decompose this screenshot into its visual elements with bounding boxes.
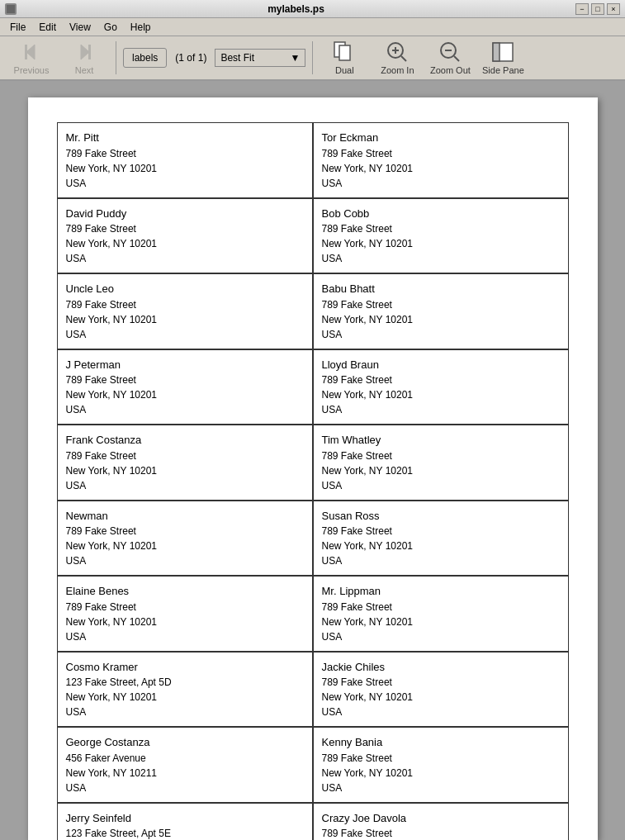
label-name: David Puddy bbox=[66, 206, 304, 222]
label-cell: Cosmo Kramer 123 Fake Street, Apt 5D New… bbox=[57, 652, 313, 728]
main-area: Mr. Pitt 789 Fake Street New York, NY 10… bbox=[0, 81, 625, 840]
label-street: 456 Faker Avenue bbox=[66, 751, 304, 766]
zoom-dropdown[interactable]: Best Fit ▼ bbox=[215, 49, 305, 67]
label-street: 123 Fake Street, Apt 5E bbox=[66, 826, 304, 840]
label-country: USA bbox=[322, 705, 560, 719]
dual-icon bbox=[333, 40, 356, 64]
label-city: New York, NY 10201 bbox=[322, 236, 560, 251]
label-cell: Tim Whatley 789 Fake Street New York, NY… bbox=[313, 425, 569, 501]
menu-bar: File Edit View Go Help bbox=[0, 18, 625, 36]
app-icon bbox=[5, 3, 17, 15]
label-country: USA bbox=[322, 553, 560, 568]
label-cell: Mr. Lippman 789 Fake Street New York, NY… bbox=[313, 576, 569, 652]
menu-view[interactable]: View bbox=[63, 20, 97, 35]
side-pane-button[interactable]: Side Pane bbox=[478, 39, 528, 77]
label-cell: David Puddy 789 Fake Street New York, NY… bbox=[57, 198, 313, 274]
label-city: New York, NY 10201 bbox=[66, 615, 304, 629]
label-city: New York, NY 10201 bbox=[322, 463, 560, 478]
label-country: USA bbox=[66, 327, 304, 342]
label-country: USA bbox=[66, 629, 304, 644]
close-button[interactable]: × bbox=[607, 3, 620, 15]
label-street: 789 Fake Street bbox=[322, 600, 560, 615]
label-cell: Jerry Seinfeld 123 Fake Street, Apt 5E N… bbox=[57, 803, 313, 841]
menu-help[interactable]: Help bbox=[124, 20, 158, 35]
side-pane-label: Side Pane bbox=[482, 65, 524, 75]
label-city: New York, NY 10201 bbox=[322, 539, 560, 553]
labels-button[interactable]: labels bbox=[123, 48, 167, 68]
menu-go[interactable]: Go bbox=[97, 20, 124, 35]
label-name: Frank Costanza bbox=[66, 432, 304, 448]
label-name: Cosmo Kramer bbox=[66, 659, 304, 676]
label-street: 789 Fake Street bbox=[322, 221, 560, 236]
next-button[interactable]: Next bbox=[59, 39, 109, 77]
label-country: USA bbox=[66, 176, 304, 191]
label-cell: Elaine Benes 789 Fake Street New York, N… bbox=[57, 576, 313, 652]
svg-marker-3 bbox=[81, 45, 89, 59]
label-street: 789 Fake Street bbox=[322, 373, 560, 387]
label-name: Susan Ross bbox=[322, 508, 560, 524]
label-name: Jackie Chiles bbox=[322, 659, 560, 676]
title-bar: mylabels.ps − □ × bbox=[0, 0, 625, 18]
label-city: New York, NY 10201 bbox=[66, 463, 304, 478]
label-cell: Babu Bhatt 789 Fake Street New York, NY … bbox=[313, 273, 569, 349]
label-country: USA bbox=[66, 705, 304, 719]
label-country: USA bbox=[322, 478, 560, 493]
label-street: 789 Fake Street bbox=[66, 146, 304, 161]
label-city: New York, NY 10201 bbox=[322, 766, 560, 781]
page-info: (1 of 1) bbox=[170, 52, 211, 64]
label-country: USA bbox=[66, 251, 304, 266]
minimize-button[interactable]: − bbox=[575, 3, 589, 15]
label-country: USA bbox=[66, 781, 304, 795]
label-street: 789 Fake Street bbox=[322, 524, 560, 539]
label-cell: Bob Cobb 789 Fake Street New York, NY 10… bbox=[313, 198, 569, 274]
svg-rect-0 bbox=[7, 5, 15, 13]
zoom-in-button[interactable]: Zoom In bbox=[372, 39, 422, 77]
svg-rect-15 bbox=[493, 43, 500, 61]
label-cell: Newman 789 Fake Street New York, NY 1020… bbox=[57, 501, 313, 577]
zoom-in-icon bbox=[386, 40, 409, 64]
svg-line-13 bbox=[454, 56, 459, 61]
maximize-button[interactable]: □ bbox=[591, 3, 604, 15]
label-street: 789 Fake Street bbox=[322, 297, 560, 312]
label-cell: Jackie Chiles 789 Fake Street New York, … bbox=[313, 652, 569, 728]
label-street: 789 Fake Street bbox=[66, 524, 304, 539]
zoom-in-label: Zoom In bbox=[381, 65, 414, 75]
label-country: USA bbox=[322, 176, 560, 191]
label-city: New York, NY 10201 bbox=[322, 312, 560, 327]
label-cell: Susan Ross 789 Fake Street New York, NY … bbox=[313, 501, 569, 577]
next-label: Next bbox=[75, 65, 94, 75]
svg-rect-6 bbox=[339, 45, 350, 60]
zoom-out-button[interactable]: Zoom Out bbox=[425, 39, 475, 77]
zoom-out-icon bbox=[438, 40, 462, 64]
dual-button[interactable]: Dual bbox=[320, 39, 369, 77]
label-street: 123 Fake Street, Apt 5D bbox=[66, 675, 304, 690]
side-pane-icon bbox=[491, 40, 514, 64]
previous-label: Previous bbox=[14, 65, 50, 75]
label-city: New York, NY 10211 bbox=[66, 766, 304, 781]
label-street: 789 Fake Street bbox=[66, 600, 304, 615]
label-name: Lloyd Braun bbox=[322, 357, 560, 373]
next-icon bbox=[73, 40, 96, 64]
previous-button[interactable]: Previous bbox=[7, 39, 56, 77]
toolbar-separator-1 bbox=[116, 41, 116, 74]
label-country: USA bbox=[66, 553, 304, 568]
label-street: 789 Fake Street bbox=[66, 297, 304, 312]
zoom-value: Best Fit bbox=[220, 52, 254, 64]
label-cell: Uncle Leo 789 Fake Street New York, NY 1… bbox=[57, 273, 313, 349]
menu-file[interactable]: File bbox=[3, 20, 32, 35]
label-cell: Tor Eckman 789 Fake Street New York, NY … bbox=[313, 122, 569, 198]
previous-icon bbox=[20, 40, 43, 64]
label-country: USA bbox=[322, 629, 560, 644]
label-city: New York, NY 10201 bbox=[66, 387, 304, 402]
label-cell: Crazy Joe Davola 789 Fake Street New Yor… bbox=[313, 803, 569, 841]
svg-line-10 bbox=[401, 56, 406, 61]
label-name: Elaine Benes bbox=[66, 583, 304, 600]
label-name: Babu Bhatt bbox=[322, 281, 560, 297]
label-street: 789 Fake Street bbox=[322, 448, 560, 463]
window-controls[interactable]: − □ × bbox=[575, 3, 620, 15]
label-name: Tor Eckman bbox=[322, 130, 560, 146]
label-city: New York, NY 10201 bbox=[322, 161, 560, 176]
svg-rect-4 bbox=[88, 45, 91, 59]
menu-edit[interactable]: Edit bbox=[32, 20, 63, 35]
label-name: J Peterman bbox=[66, 357, 304, 373]
